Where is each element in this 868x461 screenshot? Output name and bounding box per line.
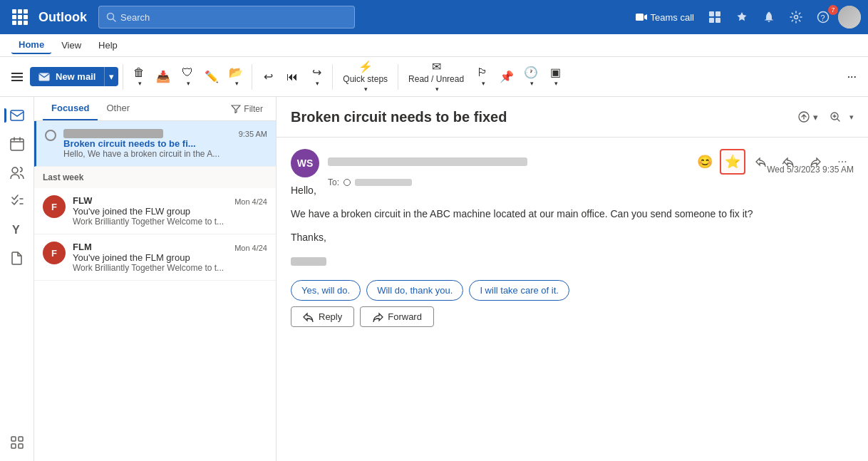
undo-icon: ↩ — [264, 71, 273, 83]
email-to-label: To: — [328, 177, 339, 187]
menu-bar: Home View Help — [0, 34, 868, 57]
teams-call-button[interactable]: Teams call — [629, 9, 700, 26]
flw-mail-preview: Work Brilliantly Together Welcome to t..… — [73, 217, 267, 227]
gold-star-icon: ⭐ — [725, 154, 740, 170]
reply-button[interactable]: Reply — [291, 306, 354, 327]
sidebar-icon-apps[interactable] — [4, 430, 30, 455]
switch-view-button[interactable] — [703, 8, 727, 26]
grid-icon — [12, 9, 28, 25]
mail-item-selected[interactable]: 9:35 AM Broken circuit needs to be fi...… — [34, 121, 276, 167]
view-options-button[interactable]: ▣ ▾ — [544, 64, 567, 90]
svg-rect-12 — [11, 139, 24, 150]
mail-tabs-row: Focused Other Filter — [34, 97, 276, 121]
mail-item-radio[interactable] — [45, 130, 56, 141]
feedback-icon — [735, 11, 748, 24]
ribbon: New mail ▾ 🗑 ▾ 📥 🛡 ▾ ✏️ 📂 ▾ ↩ ⏮ ↪ ▾ ⚡ Qu… — [0, 57, 868, 97]
sweep-button[interactable]: ✏️ — [200, 68, 223, 86]
svg-point-13 — [12, 167, 18, 173]
read-unread-label: Read / Unread — [408, 74, 464, 84]
new-mail-button[interactable]: New mail — [30, 67, 104, 86]
people-icon — [10, 166, 24, 179]
ribbon-hamburger-button[interactable] — [6, 68, 29, 86]
undo-all-button[interactable]: ⏮ — [281, 68, 304, 86]
quick-steps-label: Quick steps — [343, 74, 388, 84]
svg-rect-11 — [11, 110, 24, 120]
search-bar[interactable]: Search — [98, 6, 355, 29]
tab-focused[interactable]: Focused — [43, 97, 98, 120]
star-highlighted-button[interactable]: ⭐ — [720, 149, 745, 175]
section-header-last-week: Last week — [34, 167, 276, 188]
mail-item-flw[interactable]: F FLW Mon 4/24 You've joined the FLW gro… — [34, 188, 276, 234]
top-bar-actions: Teams call — [629, 6, 861, 29]
ribbon-separator-3 — [332, 64, 333, 90]
sidebar-icons: Y — [0, 97, 34, 461]
menu-item-help[interactable]: Help — [91, 37, 125, 53]
help-icon: ? — [817, 11, 830, 24]
ribbon-more-button[interactable]: ··· — [842, 68, 862, 86]
sidebar-icon-calendar[interactable] — [4, 131, 30, 157]
archive-button[interactable]: 📥 — [152, 68, 175, 86]
menu-item-home[interactable]: Home — [11, 36, 51, 54]
settings-button[interactable] — [784, 8, 808, 26]
yammer-icon: Y — [10, 222, 24, 237]
mail-avatar-flw: F — [43, 195, 66, 218]
svg-text:?: ? — [821, 14, 825, 22]
mail-item-flm[interactable]: F FLM Mon 4/24 You've joined the FLM gro… — [34, 234, 276, 281]
tab-other[interactable]: Other — [98, 97, 138, 120]
suggested-reply-3[interactable]: I will take care of it. — [469, 280, 569, 301]
forward-action-icon — [372, 312, 383, 322]
undo-button[interactable]: ↩ — [257, 68, 279, 86]
notifications-button[interactable] — [757, 8, 781, 26]
rules-button[interactable]: 🛡 ▾ — [176, 64, 199, 90]
apps-icon — [10, 435, 24, 450]
user-avatar[interactable] — [838, 6, 861, 29]
move-button[interactable]: 📂 ▾ — [224, 64, 247, 90]
apps-grid-button[interactable] — [7, 4, 33, 30]
flm-mail-subject: You've joined the FLM group — [73, 252, 267, 263]
mail-item-flm-content: FLM Mon 4/24 You've joined the FLM group… — [73, 242, 267, 273]
menu-item-view[interactable]: View — [54, 37, 88, 53]
forward-button[interactable]: Forward — [360, 306, 434, 327]
feedback-button[interactable] — [730, 8, 754, 26]
redo-icon: ↪ — [312, 67, 321, 78]
email-body: Hello, We have a broken circuit in the A… — [291, 183, 854, 269]
quick-steps-button[interactable]: ⚡ Quick steps ▾ — [337, 58, 393, 95]
video-icon — [635, 12, 648, 22]
reply-small-icon — [755, 157, 767, 167]
files-icon — [10, 251, 24, 265]
email-recipient-blurred — [355, 179, 412, 186]
redo-button[interactable]: ↪ ▾ — [305, 64, 328, 90]
email-signoff: Thanks, — [291, 230, 854, 245]
suggested-reply-2[interactable]: Will do, thank you. — [366, 280, 463, 301]
new-mail-icon — [38, 72, 50, 82]
flag-button[interactable]: 🏳 ▾ — [471, 64, 494, 90]
new-mail-dropdown-button[interactable]: ▾ — [104, 67, 118, 86]
schedule-button[interactable]: 🕐 ▾ — [520, 64, 542, 90]
suggested-reply-1[interactable]: Yes, will do. — [291, 280, 361, 301]
mail-items-list: 9:35 AM Broken circuit needs to be fi...… — [34, 121, 276, 461]
share-icon — [797, 110, 810, 123]
top-bar: Outlook Search Teams call — [0, 0, 868, 34]
emoji-react-button[interactable]: 😊 — [694, 151, 715, 172]
sidebar-icon-people[interactable] — [4, 160, 30, 185]
zoom-button[interactable] — [824, 105, 847, 128]
svg-rect-18 — [19, 444, 23, 448]
pin-icon: 📌 — [500, 71, 514, 83]
pin-button[interactable]: 📌 — [495, 68, 518, 86]
email-content: WS 😊 ⭐ — [277, 138, 868, 461]
read-unread-icon: ✉ — [432, 61, 441, 73]
view-icon: ▣ — [550, 67, 561, 78]
filter-button[interactable]: Filter — [227, 101, 267, 117]
tasks-icon — [10, 194, 24, 208]
mail-avatar-flm: F — [43, 242, 66, 264]
read-unread-button[interactable]: ✉ Read / Unread ▾ — [403, 58, 470, 95]
sidebar-icon-mail[interactable] — [4, 103, 30, 128]
sidebar-icon-files[interactable] — [4, 245, 30, 271]
delete-button[interactable]: 🗑 ▾ — [128, 64, 150, 90]
zoom-dropdown[interactable]: ▾ — [849, 113, 854, 122]
help-button[interactable]: ? 7 — [811, 8, 835, 26]
share-dropdown-arrow[interactable]: ▾ — [813, 112, 818, 123]
sidebar-icon-yammer[interactable]: Y — [4, 217, 30, 242]
sidebar-icon-tasks[interactable] — [4, 188, 30, 214]
main-layout: Y Focused Other — [0, 97, 868, 461]
